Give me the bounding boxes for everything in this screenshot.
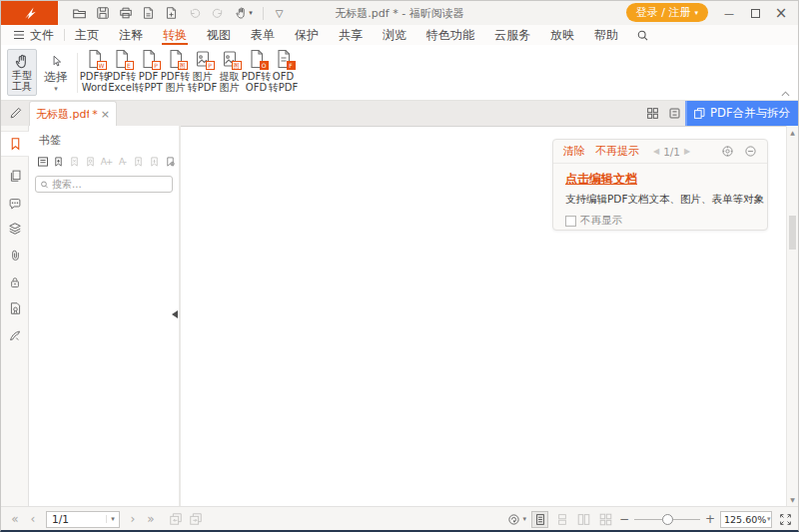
extract-image-icon: 图 [222, 49, 238, 69]
select-tool-button[interactable]: 选择 ▾ [41, 49, 71, 96]
dont-show-again-checkbox[interactable] [565, 216, 576, 227]
pdf-merge-split-button[interactable]: PDF合并与拆分 [685, 101, 798, 126]
single-page-view-button[interactable] [531, 511, 548, 528]
pdf-to-image-button[interactable]: 图 PDF转 图片 [162, 49, 189, 97]
page-number-box[interactable]: 1/1 ▾ [46, 511, 120, 528]
hand-tool-button[interactable]: 手型 工具 [7, 49, 37, 96]
tab-close-icon[interactable]: × [101, 109, 110, 120]
facing-continuous-view-button[interactable] [597, 511, 614, 528]
facing-view-button[interactable] [575, 511, 592, 528]
print-icon[interactable] [114, 3, 137, 23]
quick-access-toolbar: ▾ ▽ [68, 3, 291, 23]
tab-grid-icon[interactable] [641, 101, 663, 126]
collapse-panel-handle[interactable] [172, 310, 178, 318]
notification-header: 清除 不再提示 ◀ 1/1 ▶ [553, 140, 767, 164]
extract-image-button[interactable]: 图 提取 图片 [216, 49, 243, 97]
continuous-view-button[interactable] [553, 511, 570, 528]
last-page-button[interactable]: » [143, 512, 159, 526]
menu-item-comment[interactable]: 注释 [109, 25, 153, 45]
panel-layers-button[interactable] [1, 216, 29, 242]
pdf-to-ofd-button[interactable]: O PDF转 OFD [243, 49, 270, 97]
edit-document-icon[interactable] [9, 106, 23, 120]
panel-bookmarks-button[interactable] [1, 131, 29, 157]
panel-security-button[interactable] [1, 269, 29, 295]
menu-item-home[interactable]: 主页 [65, 25, 109, 45]
panel-attachments-button[interactable] [1, 243, 29, 268]
pager-prev-icon[interactable]: ◀ [653, 147, 659, 156]
panel-sign-button[interactable] [1, 322, 29, 348]
menu-search-button[interactable] [628, 25, 657, 45]
panel-comments-button[interactable] [1, 191, 29, 217]
image-to-pdf-button[interactable]: P 图片 转PDF [189, 49, 216, 97]
close-button[interactable]: × [768, 1, 794, 25]
zoom-level-box[interactable]: 125.60% ▾ [720, 511, 772, 528]
tabbar-right-actions: PDF合并与拆分 [641, 101, 798, 126]
menu-item-share[interactable]: 共享 [329, 25, 373, 45]
notification-no-remind-button[interactable]: 不再提示 [595, 144, 639, 159]
view-history-buttons [169, 512, 203, 526]
page-number-caret-icon[interactable]: ▾ [106, 515, 119, 523]
ofd-to-pdf-button[interactable]: F OFD 转PDF [270, 49, 297, 97]
tab-list-icon[interactable] [663, 101, 685, 126]
zoom-out-button[interactable]: − [619, 512, 629, 526]
zoom-in-button[interactable]: + [705, 512, 715, 526]
bookmark-search-input[interactable] [52, 179, 168, 190]
pdf-to-word-button[interactable]: W PDF转 Word [81, 49, 108, 97]
next-page-button[interactable]: › [125, 512, 141, 526]
menu-item-convert[interactable]: 转换 [153, 25, 197, 45]
menu-item-help[interactable]: 帮助 [584, 25, 628, 45]
collapse-ribbon-button[interactable] [781, 91, 790, 97]
minimize-button[interactable]: — [716, 1, 742, 25]
document-tab[interactable]: 无标题.pdf * × [29, 101, 117, 126]
scroll-down-icon[interactable]: ▼ [787, 496, 798, 503]
pager-next-icon[interactable]: ▶ [684, 147, 690, 156]
pdf-to-ppt-button[interactable]: P PDF 转PPT [135, 49, 162, 97]
menu-file[interactable]: 文件 [1, 25, 64, 45]
pdf-to-excel-button[interactable]: E PDF转 Excel [108, 49, 135, 97]
add-bookmark-icon[interactable] [51, 154, 66, 169]
customize-toolbar-icon[interactable]: ▽ [268, 3, 291, 23]
menu-item-features[interactable]: 特色功能 [416, 25, 484, 45]
maximize-button[interactable] [742, 1, 768, 25]
menu-item-protect[interactable]: 保护 [285, 25, 329, 45]
notification-settings-icon[interactable] [721, 145, 734, 158]
new-document-icon[interactable] [160, 3, 183, 23]
scrollbar-thumb[interactable] [789, 216, 796, 250]
panel-pages-button[interactable] [1, 163, 29, 189]
prev-page-button[interactable]: ‹ [25, 512, 41, 526]
foxit-reader-window: ▾ ▽ 无标题.pdf * - 福昕阅读器 登录 / 注册 ▾ — × 文件 主… [0, 0, 799, 532]
open-file-icon[interactable] [68, 3, 91, 23]
menu-item-slideshow[interactable]: 放映 [540, 25, 584, 45]
zoom-slider-knob[interactable] [662, 514, 673, 525]
first-page-button[interactable]: « [7, 512, 23, 526]
menu-item-cloud[interactable]: 云服务 [484, 25, 540, 45]
menu-item-browse[interactable]: 浏览 [373, 25, 416, 45]
vertical-scrollbar[interactable]: ▲ ▼ [786, 126, 798, 506]
zoom-slider[interactable] [634, 511, 700, 528]
hand-tool-dropdown-icon[interactable]: ▾ [229, 3, 259, 23]
save-icon[interactable] [91, 3, 114, 23]
menu-item-view[interactable]: 视图 [197, 25, 241, 45]
bookmark-search-box[interactable] [35, 176, 173, 193]
fullscreen-button[interactable] [779, 513, 792, 526]
zoom-level-caret-icon[interactable]: ▾ [766, 515, 771, 523]
panel-signatures-button[interactable] [1, 295, 29, 321]
view-rotate-button[interactable]: ▾ [507, 513, 526, 526]
hand-tool-label-2: 工具 [12, 81, 32, 92]
notification-minimize-icon[interactable] [744, 145, 757, 158]
login-register-button[interactable]: 登录 / 注册 ▾ [626, 3, 708, 22]
scroll-up-icon[interactable]: ▲ [787, 129, 798, 136]
edit-document-link[interactable]: 点击编辑文档 [565, 172, 637, 186]
login-register-label: 登录 / 注册 [636, 5, 691, 20]
lock-icon [9, 275, 21, 289]
pdf-to-word-icon: W [87, 49, 103, 69]
delete-bookmark-icon [67, 154, 82, 169]
menu-item-form[interactable]: 表单 [241, 25, 285, 45]
bookmark-settings-icon[interactable] [163, 154, 178, 169]
notification-clear-button[interactable]: 清除 [563, 144, 585, 159]
notification-body: 点击编辑文档 支持编辑PDF文档文本、图片、表单等对象 不再显示 [553, 164, 767, 228]
export-document-icon[interactable] [137, 3, 160, 23]
bookmark-list-icon[interactable] [35, 154, 50, 169]
document-page[interactable]: 清除 不再提示 ◀ 1/1 ▶ 点击编辑文档 [181, 126, 786, 506]
dont-show-again-row: 不再显示 [565, 214, 755, 228]
